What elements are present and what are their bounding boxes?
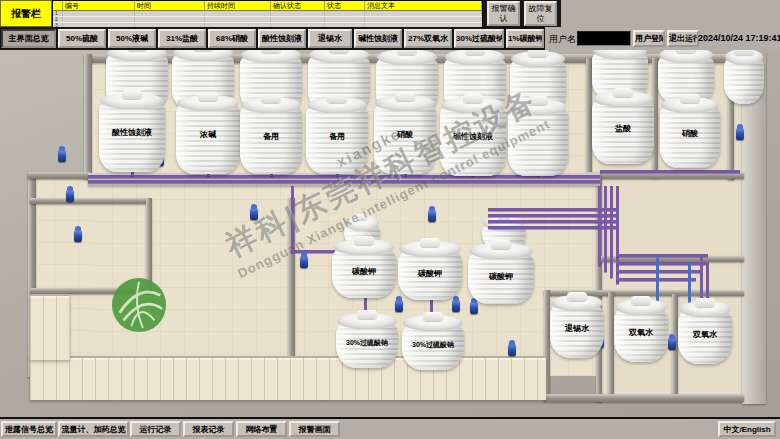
alarm-col-state: 状态 bbox=[325, 1, 365, 10]
tank-label: 硝酸 bbox=[374, 129, 436, 140]
wall-tr-h bbox=[586, 172, 744, 179]
tank-label: 浓碱 bbox=[176, 129, 240, 140]
tank-label: 碳酸钾 bbox=[332, 266, 396, 277]
pipe-bundle-h2 bbox=[616, 254, 708, 257]
tank-label: 30%过硫酸钠 bbox=[402, 340, 464, 350]
tank-spare-1: 备用 bbox=[240, 104, 302, 174]
pipe-bundle-h2 bbox=[616, 262, 708, 265]
nav-peroxide-27[interactable]: 27%双氧水 bbox=[404, 29, 452, 48]
tank-front-unlabeled bbox=[508, 106, 568, 176]
tank-label: 双氧水 bbox=[614, 327, 668, 338]
tank-label: 碳酸钾 bbox=[398, 268, 462, 279]
alarm-col-time: 时间 bbox=[135, 1, 205, 10]
nav-tin-strip[interactable]: 退锡水 bbox=[308, 29, 352, 48]
tank-label: 双氧水 bbox=[678, 329, 732, 340]
tank-tin-strip-water: 退锡水 bbox=[550, 302, 604, 358]
tank-label: 碳酸钾 bbox=[468, 271, 534, 282]
hmi-window: 报警栏 编号 时间 持续时间 确认状态 状态 消息文本 1 2 3 bbox=[0, 0, 780, 439]
tank-persulfate-2: 30%过硫酸钠 bbox=[402, 322, 464, 370]
language-toggle-button[interactable]: 中文/English bbox=[718, 421, 776, 437]
tank-back-right-3 bbox=[724, 56, 764, 104]
pipe-center-elbow bbox=[291, 250, 335, 253]
alarm-table[interactable]: 编号 时间 持续时间 确认状态 状态 消息文本 1 2 3 bbox=[52, 0, 483, 27]
tank-hcl: 盐酸 bbox=[592, 98, 654, 164]
pump-icon bbox=[736, 128, 744, 140]
nav-alkali-etch[interactable]: 碱性蚀刻液 bbox=[354, 29, 402, 48]
user-login-button[interactable]: 用户登陆 bbox=[633, 30, 665, 47]
footer-flow-dosing[interactable]: 流量计、加药总览 bbox=[58, 421, 129, 437]
pump-icon bbox=[74, 230, 82, 242]
tank-acidic-etch: 酸性蚀刻液 bbox=[99, 100, 165, 172]
tank-label: 酸性蚀刻液 bbox=[99, 127, 165, 138]
pipe-bundle-v bbox=[598, 186, 601, 266]
tank-label: 退锡水 bbox=[550, 323, 604, 334]
pump-icon bbox=[668, 338, 676, 350]
pump-icon bbox=[300, 256, 308, 268]
tank-kcarbonate-3: 碳酸钾 bbox=[468, 250, 534, 304]
wall-bay-bottom bbox=[544, 394, 744, 402]
nav-hcl-31[interactable]: 31%盐酸 bbox=[158, 29, 206, 48]
tank-label: 硝酸 bbox=[660, 128, 720, 139]
company-logo-icon bbox=[110, 276, 168, 334]
datetime-display: 2024/10/24 17:19:41 bbox=[698, 33, 780, 43]
tank-nitric-right: 硝酸 bbox=[660, 104, 720, 168]
pipe-bundle-h bbox=[488, 208, 616, 211]
footer-run-log[interactable]: 运行记录 bbox=[130, 421, 181, 437]
pipe-main-run-2 bbox=[88, 180, 600, 183]
pump-icon bbox=[250, 208, 258, 220]
username-label: 用户名: bbox=[549, 33, 579, 46]
pipe-center-drop bbox=[291, 186, 294, 252]
nav-caustic-50[interactable]: 50%液碱 bbox=[108, 29, 156, 48]
pump-icon bbox=[58, 150, 66, 162]
footer-network-layout[interactable]: 网络布置 bbox=[236, 421, 287, 437]
wall-left-top bbox=[28, 172, 90, 179]
tank-spare-2: 备用 bbox=[306, 104, 368, 174]
wall-right-outer bbox=[742, 52, 766, 404]
username-input[interactable] bbox=[577, 31, 631, 46]
pipe-bundle-v bbox=[610, 186, 613, 278]
nav-persulfate-30[interactable]: 30%过硫酸钠 bbox=[454, 29, 504, 48]
footer-alarm-screen[interactable]: 报警画面 bbox=[289, 421, 340, 437]
exit-run-button[interactable]: 退出运行 bbox=[667, 30, 699, 47]
tank-label: 备用 bbox=[306, 131, 368, 142]
wall-front-tiled bbox=[30, 356, 546, 400]
alarm-col-ackstate: 确认状态 bbox=[271, 1, 325, 10]
nav-main-overview[interactable]: 主界面总览 bbox=[1, 29, 56, 48]
tank-alkaline-etch: 碱性蚀刻液 bbox=[440, 104, 506, 176]
wall-bay-v2 bbox=[608, 292, 614, 400]
alarm-bar: 报警栏 编号 时间 持续时间 确认状态 状态 消息文本 1 2 3 bbox=[0, 0, 780, 27]
nav-bar: 主界面总览 50%硫酸 50%液碱 31%盐酸 68%硝酸 酸性蚀刻液 退锡水 … bbox=[0, 27, 780, 50]
alarm-bar-title: 报警栏 bbox=[0, 0, 52, 27]
tank-label: 备用 bbox=[240, 131, 302, 142]
alarm-col-rownum bbox=[53, 1, 63, 10]
tank-kcarbonate-2: 碳酸钾 bbox=[398, 248, 462, 300]
tank-label: 30%过硫酸钠 bbox=[336, 338, 398, 348]
pipe-right-wing-run bbox=[600, 170, 740, 173]
pump-icon bbox=[508, 344, 516, 356]
nav-sulfuric-50[interactable]: 50%硫酸 bbox=[58, 29, 106, 48]
tank-peroxide-2: 双氧水 bbox=[678, 308, 732, 364]
plant-scene: xiangke 祥科|东莞祥科智控设备 Dongguan Xiangke int… bbox=[0, 50, 780, 417]
tank-label: 盐酸 bbox=[592, 123, 654, 134]
wall-left-upper bbox=[84, 54, 92, 179]
alarm-ack-button[interactable]: 报警确认 bbox=[487, 1, 520, 26]
alarm-col-message: 消息文本 bbox=[365, 1, 482, 10]
pump-icon bbox=[428, 210, 436, 222]
nav-kcarbonate-1[interactable]: 1%碳酸钾 bbox=[506, 29, 544, 48]
alarm-table-header: 编号 时间 持续时间 确认状态 状态 消息文本 bbox=[53, 1, 482, 11]
tank-peroxide-1: 双氧水 bbox=[614, 306, 668, 362]
nav-acid-etch[interactable]: 酸性蚀刻液 bbox=[258, 29, 306, 48]
fault-reset-button[interactable]: 故障复位 bbox=[524, 1, 557, 26]
pump-icon bbox=[470, 302, 478, 314]
tank-persulfate-1: 30%过硫酸钠 bbox=[336, 320, 398, 368]
footer-leak-overview[interactable]: 泄露信号总览 bbox=[1, 421, 57, 437]
alarm-col-duration: 持续时间 bbox=[205, 1, 271, 10]
footer-report-log[interactable]: 报表记录 bbox=[183, 421, 234, 437]
pipe-bundle-h bbox=[488, 220, 616, 223]
pump-icon bbox=[395, 300, 403, 312]
nav-nitric-68[interactable]: 68%硝酸 bbox=[208, 29, 256, 48]
tank-conc-caustic: 浓碱 bbox=[176, 102, 240, 174]
alarm-col-id: 编号 bbox=[63, 1, 135, 10]
pump-icon bbox=[452, 300, 460, 312]
pipe-bundle-v bbox=[604, 186, 607, 272]
